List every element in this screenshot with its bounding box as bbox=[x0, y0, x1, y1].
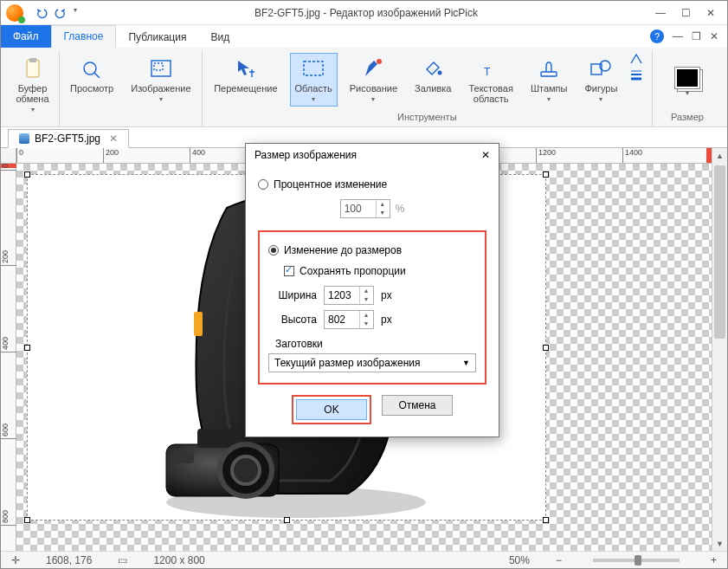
cancel-button[interactable]: Отмена bbox=[382, 395, 453, 416]
resize-dialog: Размер изображения ✕ Процентное изменени… bbox=[245, 143, 499, 437]
doc-tab-icon bbox=[19, 133, 29, 144]
dialog-close-icon[interactable]: ✕ bbox=[481, 149, 490, 161]
radio-icon bbox=[268, 245, 279, 255]
outline-picker-icon[interactable] bbox=[629, 53, 643, 65]
resize-handle[interactable] bbox=[24, 345, 30, 351]
radio-percent[interactable]: Процентное изменение bbox=[258, 178, 486, 191]
svg-point-7 bbox=[377, 59, 382, 64]
fill-tool-button[interactable]: Заливка bbox=[409, 53, 456, 97]
ribbon-close-icon[interactable]: ✕ bbox=[710, 30, 718, 42]
shapes-button[interactable]: Фигуры▾ bbox=[579, 53, 622, 107]
text-tool-button[interactable]: T Текстовая область bbox=[463, 53, 518, 107]
radio-icon bbox=[258, 179, 268, 190]
scroll-down-icon[interactable]: ▼ bbox=[712, 536, 727, 552]
file-menu[interactable]: Файл bbox=[1, 25, 51, 48]
keep-aspect-checkbox[interactable]: Сохранять пропорции bbox=[284, 265, 476, 277]
chevron-down-icon: ▼ bbox=[462, 359, 470, 367]
group-size-label: Размер bbox=[671, 112, 704, 125]
svg-point-22 bbox=[232, 456, 260, 484]
scroll-thumb[interactable] bbox=[714, 165, 725, 339]
svg-point-8 bbox=[438, 71, 442, 75]
dims-icon: ▭ bbox=[118, 554, 127, 566]
vertical-scrollbar[interactable]: ▲ ▼ bbox=[712, 148, 727, 552]
svg-rect-1 bbox=[29, 58, 36, 62]
svg-rect-6 bbox=[304, 61, 323, 75]
app-icon bbox=[6, 4, 23, 22]
region-tool-button[interactable]: Область▾ bbox=[290, 53, 338, 107]
draw-tool-button[interactable]: Рисование▾ bbox=[345, 53, 403, 107]
height-input[interactable]: ▲▼ bbox=[324, 310, 374, 329]
scroll-up-icon[interactable]: ▲ bbox=[712, 148, 727, 164]
help-icon[interactable]: ? bbox=[650, 29, 664, 43]
undo-icon[interactable] bbox=[35, 7, 48, 19]
resize-section-highlight: Изменение до размеров Сохранять пропорци… bbox=[258, 230, 486, 385]
vertical-ruler: 0 200 400 600 800 bbox=[1, 164, 16, 552]
resize-handle[interactable] bbox=[24, 517, 30, 523]
status-dimensions: 1200 x 800 bbox=[153, 554, 204, 566]
clipboard-button[interactable]: Буфер обмена▾ bbox=[10, 53, 54, 117]
resize-handle[interactable] bbox=[543, 345, 549, 351]
move-tool-button[interactable]: Перемещение bbox=[209, 53, 282, 97]
svg-point-2 bbox=[84, 62, 96, 74]
preview-button[interactable]: Просмотр bbox=[65, 53, 119, 97]
minimize-icon[interactable]: ― bbox=[655, 7, 666, 19]
svg-rect-17 bbox=[194, 312, 203, 336]
ribbon-restore-icon[interactable]: ❐ bbox=[692, 30, 701, 42]
zoom-out-icon[interactable]: − bbox=[556, 554, 562, 566]
ribbon-minimize-icon[interactable]: ― bbox=[673, 30, 683, 42]
dialog-title: Размер изображения bbox=[254, 149, 357, 161]
percent-input[interactable]: ▲▼ bbox=[340, 199, 390, 218]
resize-handle[interactable] bbox=[543, 171, 549, 178]
ok-button-highlight: OK bbox=[292, 395, 371, 424]
redo-icon[interactable] bbox=[55, 7, 67, 19]
maximize-icon[interactable]: ☐ bbox=[681, 7, 691, 19]
svg-rect-10 bbox=[541, 72, 557, 76]
stamps-button[interactable]: Штампы▾ bbox=[525, 53, 573, 107]
svg-rect-5 bbox=[154, 63, 163, 70]
ok-button[interactable]: OK bbox=[296, 399, 367, 420]
zoom-slider[interactable] bbox=[593, 559, 680, 562]
resize-handle[interactable] bbox=[24, 171, 30, 178]
tab-view[interactable]: Вид bbox=[198, 25, 242, 48]
document-tab[interactable]: BF2-GFT5.jpg ✕ bbox=[8, 129, 129, 148]
group-tools-label: Инструменты bbox=[397, 112, 457, 125]
tab-publish[interactable]: Публикация bbox=[116, 25, 198, 48]
doc-tab-close-icon[interactable]: ✕ bbox=[109, 133, 118, 145]
window-title: BF2-GFT5.jpg - Редактор изображений PicP… bbox=[77, 7, 655, 19]
zoom-in-icon[interactable]: + bbox=[711, 554, 717, 566]
svg-rect-20 bbox=[197, 429, 237, 448]
resize-handle[interactable] bbox=[543, 517, 549, 523]
radio-resize[interactable]: Изменение до размеров bbox=[268, 244, 476, 256]
cursor-pos-icon: ✛ bbox=[11, 554, 20, 566]
width-input[interactable]: ▲▼ bbox=[324, 286, 374, 305]
checkbox-icon bbox=[284, 266, 294, 276]
svg-rect-23 bbox=[171, 451, 194, 463]
line-weight-icon[interactable] bbox=[629, 68, 643, 81]
status-cursor-pos: 1608, 176 bbox=[46, 554, 92, 566]
ruler-corner bbox=[1, 148, 16, 164]
doc-tab-label: BF2-GFT5.jpg bbox=[35, 133, 100, 145]
svg-text:T: T bbox=[484, 66, 491, 78]
tab-main[interactable]: Главное bbox=[51, 25, 117, 48]
presets-combo[interactable]: Текущий размер изображения ▼ bbox=[268, 353, 476, 372]
color-swatch[interactable] bbox=[675, 68, 699, 88]
color-dropdown-icon[interactable]: ▾ bbox=[686, 89, 689, 97]
image-button[interactable]: Изображение▾ bbox=[126, 53, 196, 107]
presets-label: Заготовки bbox=[275, 338, 476, 350]
svg-line-3 bbox=[94, 73, 100, 78]
close-icon[interactable]: ✕ bbox=[706, 7, 715, 19]
status-zoom: 50% bbox=[509, 554, 530, 566]
